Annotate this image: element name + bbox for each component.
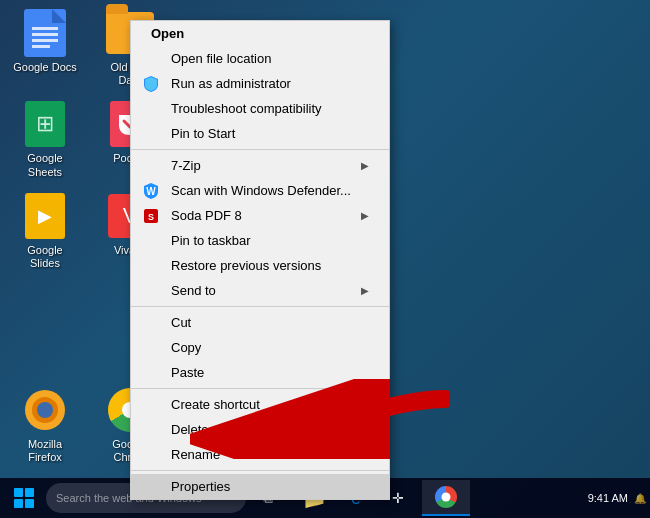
firefox-label: MozillaFirefox: [28, 438, 62, 464]
menu-item-restore-versions[interactable]: Restore previous versions: [131, 253, 389, 278]
svg-rect-2: [32, 27, 58, 30]
svg-rect-5: [32, 45, 50, 48]
separator-3: [131, 388, 389, 389]
separator-4: [131, 470, 389, 471]
desktop-icon-google-sheets[interactable]: GoogleSheets: [5, 96, 85, 182]
separator-1: [131, 149, 389, 150]
menu-item-7zip[interactable]: 7-Zip ▶: [131, 153, 389, 178]
svg-point-12: [37, 402, 53, 418]
svg-text:W: W: [146, 186, 156, 197]
menu-item-rename[interactable]: Rename: [131, 442, 389, 467]
submenu-chevron-soda: ▶: [361, 210, 369, 221]
system-tray: 9:41 AM 🔔: [588, 492, 646, 504]
firefox-icon: [21, 386, 69, 434]
soda-icon: S: [141, 206, 161, 226]
shield-icon: [141, 74, 161, 94]
svg-text:S: S: [148, 212, 154, 222]
defender-icon: W: [141, 181, 161, 201]
desktop-icon-google-slides[interactable]: GoogleSlides: [5, 188, 85, 274]
submenu-chevron-send-to: ▶: [361, 285, 369, 296]
desktop-icon-firefox[interactable]: MozillaFirefox: [5, 382, 85, 470]
windows-logo-icon: [14, 488, 34, 508]
google-slides-label: GoogleSlides: [27, 244, 62, 270]
submenu-chevron-7zip: ▶: [361, 160, 369, 171]
context-menu: Open Open file location Run as administr…: [130, 20, 390, 500]
menu-item-open-file-location[interactable]: Open file location: [131, 46, 389, 71]
google-docs-icon: [21, 9, 69, 57]
menu-item-copy[interactable]: Copy: [131, 335, 389, 360]
menu-item-scan-defender[interactable]: W Scan with Windows Defender...: [131, 178, 389, 203]
svg-rect-3: [32, 33, 58, 36]
desktop-icon-google-docs[interactable]: Google Docs: [5, 5, 85, 91]
notifications-icon[interactable]: 🔔: [634, 493, 646, 504]
menu-item-properties[interactable]: Properties: [131, 474, 389, 499]
clock: 9:41 AM: [588, 492, 628, 504]
menu-item-cut[interactable]: Cut: [131, 310, 389, 335]
menu-item-soda-pdf[interactable]: S Soda PDF 8 ▶: [131, 203, 389, 228]
menu-item-pin-to-taskbar[interactable]: Pin to taskbar: [131, 228, 389, 253]
menu-item-create-shortcut[interactable]: Create shortcut: [131, 392, 389, 417]
menu-item-delete[interactable]: Delete: [131, 417, 389, 442]
desktop: Google Docs Old FireData GoogleSheets: [0, 0, 650, 518]
menu-item-send-to[interactable]: Send to ▶: [131, 278, 389, 303]
menu-item-open[interactable]: Open: [131, 21, 389, 46]
google-docs-label: Google Docs: [13, 61, 77, 74]
start-button[interactable]: [4, 480, 44, 516]
taskbar-app-launcher[interactable]: [422, 480, 470, 516]
google-slides-icon: [21, 192, 69, 240]
separator-2: [131, 306, 389, 307]
google-sheets-label: GoogleSheets: [27, 152, 62, 178]
menu-item-troubleshoot[interactable]: Troubleshoot compatibility: [131, 96, 389, 121]
google-sheets-icon: [21, 100, 69, 148]
svg-rect-4: [32, 39, 58, 42]
menu-item-run-as-admin[interactable]: Run as administrator: [131, 71, 389, 96]
chrome-icon-small: [435, 486, 457, 508]
menu-item-paste[interactable]: Paste: [131, 360, 389, 385]
menu-item-pin-to-start[interactable]: Pin to Start: [131, 121, 389, 146]
